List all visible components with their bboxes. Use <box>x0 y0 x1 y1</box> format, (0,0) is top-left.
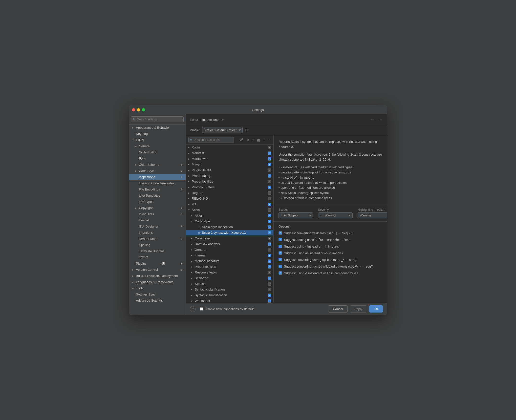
breadcrumb-parent[interactable]: Editor <box>190 118 198 122</box>
tree-item-properties-files[interactable]: ▶ Properties files − <box>186 179 273 184</box>
checkbox-scaladoc[interactable]: ✓ <box>268 276 271 280</box>
checkbox-general[interactable]: − <box>268 248 271 252</box>
tree-item-scala-style[interactable]: ⚠ Scala style inspection ✓ <box>186 224 273 230</box>
sidebar-item-editor[interactable]: ▼ Editor <box>129 137 186 143</box>
tree-item-relax-ng[interactable]: ▶ RELAX NG − <box>186 196 273 201</box>
checkbox-proofreading[interactable]: ✓ <box>268 174 271 178</box>
tree-item-proofreading[interactable]: ▶ Proofreading ✓ <box>186 173 273 179</box>
checkbox-sbt[interactable]: ✓ <box>268 203 271 206</box>
close-button[interactable] <box>132 108 135 111</box>
tree-item-collections[interactable]: ▶ Collections − <box>186 235 273 241</box>
sidebar-item-general[interactable]: ▶ General <box>129 143 186 149</box>
tree-item-syntactic-simplification[interactable]: ▶ Syntactic simplification ✓ <box>186 292 273 298</box>
sidebar-item-appearance[interactable]: ▶ Appearance & Behavior <box>129 125 186 131</box>
sidebar-item-copyright[interactable]: ▶ Copyright ⚙ <box>129 205 186 211</box>
checkbox-relax-ng[interactable]: − <box>268 197 271 200</box>
tree-item-general-scala[interactable]: ▶ General − <box>186 247 273 252</box>
checkbox-resource-leaks[interactable]: − <box>268 271 271 274</box>
checkbox-markdown[interactable]: ✓ <box>268 157 271 161</box>
help-button[interactable]: ? <box>190 306 196 312</box>
checkbox-syntactic-simplification[interactable]: ✓ <box>268 294 271 297</box>
checkbox-dataflow[interactable]: ✓ <box>268 242 271 246</box>
sidebar-item-version-control[interactable]: ▶ Version Control ⚙ <box>129 267 186 273</box>
tree-item-markdown[interactable]: ▶ Markdown ✓ <box>186 156 273 162</box>
checkbox-manifest[interactable]: ✓ <box>268 151 271 155</box>
tree-item-resource-leaks[interactable]: ▶ Resource leaks − <box>186 270 273 275</box>
tree-item-manifest[interactable]: ▶ Manifest ✓ <box>186 150 273 156</box>
tree-item-kotlin[interactable]: ▶ Kotlin − <box>186 145 273 150</box>
collapse-all-button[interactable]: ↕ <box>252 137 255 142</box>
sidebar-item-spelling[interactable]: Spelling <box>129 242 186 248</box>
tree-item-dataflow[interactable]: ▶ Dataflow analysis ✓ <box>186 241 273 247</box>
sidebar-item-emmet[interactable]: Emmet <box>129 217 186 223</box>
expand-all-button[interactable]: ⇅ <box>246 137 250 142</box>
sidebar-item-font[interactable]: Font <box>129 155 186 162</box>
sidebar-item-file-types[interactable]: File Types <box>129 199 186 205</box>
tree-item-syntactic-clarification[interactable]: ▶ Syntactic clarification − <box>186 287 273 292</box>
minimize-button[interactable] <box>137 108 140 111</box>
tree-item-properties-files2[interactable]: ▶ Properties files ✓ <box>186 264 273 270</box>
tree-item-regexp[interactable]: ▶ RegExp − <box>186 190 273 196</box>
checkbox-specs2[interactable]: − <box>268 282 271 286</box>
remove-button[interactable]: − <box>267 137 271 142</box>
tree-item-maven[interactable]: ▶ Maven ✓ <box>186 162 273 167</box>
option-checkbox-6[interactable]: ✓ <box>279 265 282 268</box>
tree-item-code-style[interactable]: ▼ Code style ✓ <box>186 218 273 224</box>
cancel-button[interactable]: Cancel <box>328 305 347 313</box>
tree-item-method-signature[interactable]: ▶ Method signature ✓ <box>186 258 273 264</box>
option-checkbox-7[interactable]: ✓ <box>279 271 282 275</box>
sidebar-item-reader-mode[interactable]: Reader Mode ⚙ <box>129 236 186 242</box>
back-button[interactable]: ← <box>370 117 376 122</box>
sidebar-item-color-scheme[interactable]: ▶ Color Scheme ⚙ <box>129 162 186 168</box>
checkbox-maven[interactable]: ✓ <box>268 163 271 166</box>
sidebar-item-todo[interactable]: TODO <box>129 254 186 260</box>
maximize-button[interactable] <box>142 108 145 111</box>
severity-select[interactable]: Warning <box>318 212 353 218</box>
tree-item-sbt[interactable]: ▶ sbt ✓ <box>186 201 273 207</box>
sidebar-item-intentions[interactable]: Intentions <box>129 230 186 236</box>
checkbox-collections[interactable]: − <box>268 237 271 240</box>
sidebar-item-keymap[interactable]: Keymap <box>129 131 186 137</box>
checkbox-scala2-syntax[interactable]: ✓ <box>268 231 271 234</box>
checkbox-protocol-buffers[interactable]: ✓ <box>268 186 271 189</box>
tree-item-plugin-devkit[interactable]: ▶ Plugin DevKit − <box>186 167 273 173</box>
filter-button[interactable]: ⌘ <box>239 137 244 142</box>
profile-select[interactable]: Project Default Project <box>202 127 243 133</box>
option-checkbox-4[interactable]: ✓ <box>279 251 282 255</box>
sidebar-item-code-editing[interactable]: Code Editing <box>129 149 186 155</box>
sidebar-item-textmate-bundles[interactable]: TextMate Bundles <box>129 248 186 254</box>
sidebar-item-tools[interactable]: ▶ Tools <box>129 285 186 291</box>
option-checkbox-1[interactable]: ✓ <box>279 231 282 235</box>
checkbox-syntactic-clarification[interactable]: − <box>268 288 271 291</box>
checkbox-internal[interactable]: ✓ <box>268 254 271 257</box>
add-button[interactable]: + <box>262 137 266 142</box>
option-checkbox-2[interactable]: ✓ <box>279 238 282 241</box>
profile-settings-button[interactable]: ⚙ <box>245 128 249 132</box>
tree-item-scala2-syntax[interactable]: ⚠ Scala 2 syntax with -Xsource:3 ✓ <box>186 230 273 235</box>
option-checkbox-3[interactable]: ✓ <box>279 245 282 248</box>
sidebar-item-build-execution[interactable]: ▶ Build, Execution, Deployment <box>129 273 186 279</box>
sidebar-item-languages-frameworks[interactable]: ▶ Languages & Frameworks <box>129 279 186 285</box>
tree-item-worksheet[interactable]: ▶ Worksheet ✓ <box>186 298 273 303</box>
highlighting-select[interactable]: Warning <box>358 212 387 218</box>
checkbox-properties[interactable]: − <box>268 180 271 183</box>
checkbox-plugin-devkit[interactable]: − <box>268 168 271 172</box>
sidebar-item-inlay-hints[interactable]: Inlay Hints ⚙ <box>129 211 186 217</box>
sidebar-item-live-templates[interactable]: Live Templates <box>129 192 186 199</box>
checkbox-scala[interactable]: − <box>268 208 271 212</box>
apply-button[interactable]: Apply <box>350 305 367 313</box>
checkbox-worksheet[interactable]: ✓ <box>268 299 271 303</box>
checkbox-properties2[interactable]: ✓ <box>268 265 271 269</box>
tree-item-protocol-buffers[interactable]: ▶ Protocol Buffers ✓ <box>186 184 273 190</box>
sidebar-item-advanced-settings[interactable]: Advanced Settings <box>129 297 186 304</box>
tree-item-specs2[interactable]: ▶ Specs2 − <box>186 281 273 287</box>
disable-inspections-checkbox[interactable] <box>200 307 203 311</box>
tree-item-internal[interactable]: ▶ Internal ✓ <box>186 252 273 258</box>
checkbox-regexp[interactable]: − <box>268 191 271 195</box>
sidebar-item-settings-sync[interactable]: Settings Sync <box>129 291 186 297</box>
inspections-search-input[interactable] <box>188 137 234 143</box>
sidebar-item-file-encodings[interactable]: File Encodings ⚙ <box>129 186 186 192</box>
sidebar-item-plugins[interactable]: Plugins 1 ⚙ <box>129 260 186 267</box>
tree-item-scala[interactable]: ▼ Scala − <box>186 207 273 213</box>
sidebar-item-inspections[interactable]: Inspections ⚙ <box>129 174 186 180</box>
